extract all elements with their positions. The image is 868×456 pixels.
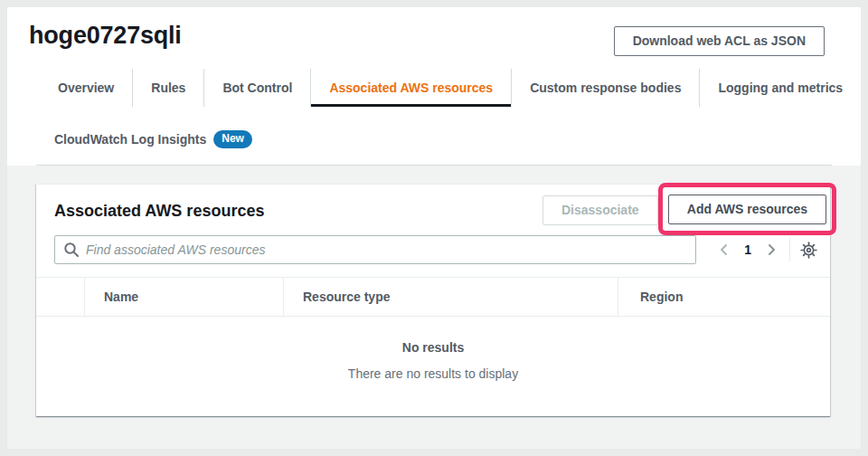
column-header-region[interactable]: Region — [618, 278, 830, 316]
new-badge: New — [213, 130, 252, 148]
settings-gear-icon[interactable] — [800, 242, 817, 259]
download-web-acl-json-button[interactable]: Download web ACL as JSON — [614, 26, 825, 56]
chevron-right-icon[interactable] — [765, 243, 778, 256]
pagination: 1 — [718, 235, 817, 264]
select-all-column — [36, 278, 84, 316]
tab-rules[interactable]: Rules — [133, 69, 204, 107]
empty-state-title: No results — [36, 340, 830, 355]
chevron-left-icon[interactable] — [718, 243, 731, 256]
page-title: hoge0727sqli — [29, 22, 182, 50]
content-area: Associated AWS resources Disassociate Ad… — [7, 166, 861, 449]
annotation-highlight-box: Add AWS resources — [658, 183, 836, 235]
tab-bar: Overview Rules Bot Control Associated AW… — [40, 69, 861, 107]
empty-state: No results There are no results to displ… — [36, 340, 830, 381]
empty-state-description: There are no results to display — [36, 366, 830, 381]
tab-bot-control[interactable]: Bot Control — [204, 69, 311, 107]
associated-resources-panel: Associated AWS resources Disassociate Ad… — [36, 184, 830, 416]
tab-logging-and-metrics[interactable]: Logging and metrics — [700, 69, 861, 107]
cloudwatch-log-insights-link[interactable]: CloudWatch Log Insights New — [54, 130, 252, 148]
add-aws-resources-button[interactable]: Add AWS resources — [668, 195, 826, 224]
tab-associated-aws-resources[interactable]: Associated AWS resources — [311, 69, 512, 107]
table-header-row: Name Resource type Region — [36, 277, 830, 317]
search-input[interactable] — [54, 235, 696, 264]
resource-search — [54, 235, 696, 264]
panel-title: Associated AWS resources — [54, 202, 264, 221]
web-acl-detail-page: hoge0727sqli Download web ACL as JSON Ov… — [7, 7, 861, 449]
pagination-divider — [789, 238, 790, 261]
page-number[interactable]: 1 — [744, 242, 751, 257]
tab-overview[interactable]: Overview — [40, 69, 133, 107]
disassociate-button[interactable]: Disassociate — [542, 195, 658, 225]
column-header-resource-type[interactable]: Resource type — [283, 278, 618, 316]
column-header-name[interactable]: Name — [84, 278, 283, 316]
cloudwatch-log-insights-label: CloudWatch Log Insights — [54, 132, 206, 147]
tab-custom-response-bodies[interactable]: Custom response bodies — [512, 69, 700, 107]
